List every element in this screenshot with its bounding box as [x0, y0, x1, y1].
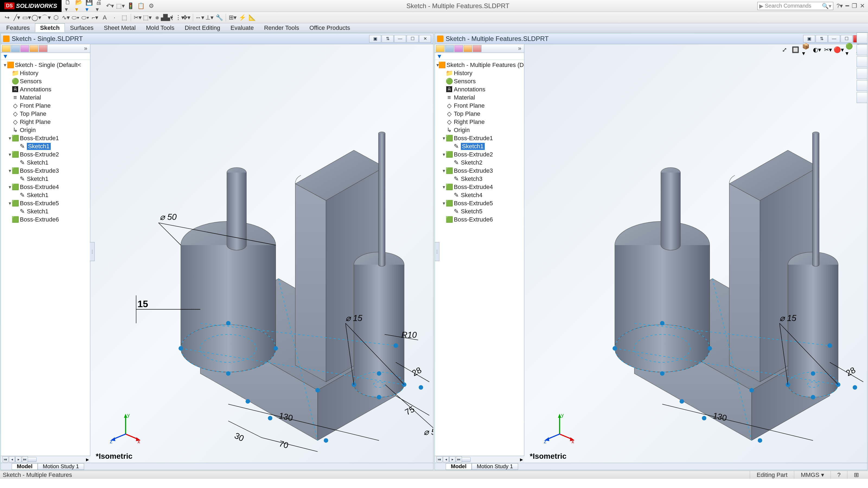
arc-icon[interactable]: ⌒▾ [42, 13, 51, 22]
tree-item-sensors[interactable]: 🟢Sensors [1, 77, 90, 86]
mdi-next-icon[interactable]: ▸ [16, 456, 22, 462]
appearance-icon[interactable]: 🟢▾ [845, 46, 854, 54]
open-icon[interactable]: 📂▾ [75, 2, 83, 10]
tree-item-material-not-specified-[interactable]: ≡Material [435, 94, 524, 102]
tree-item-origin[interactable]: ↳Origin [1, 126, 90, 134]
close-icon[interactable]: ✕ [860, 2, 865, 9]
ribbon-tab-mold-tools[interactable]: Mold Tools [141, 23, 180, 32]
tree-filter-icon[interactable]: ▼ [435, 53, 524, 60]
tree-item-front-plane[interactable]: ◇Front Plane [1, 102, 90, 110]
tree-item-history[interactable]: 📁History [435, 69, 524, 77]
mdi-tab-motion study 1[interactable]: Motion Study 1 [38, 463, 84, 470]
viewport-single-icon[interactable]: ▣ [803, 35, 815, 42]
ribbon-tab-evaluate[interactable]: Evaluate [225, 23, 259, 32]
property-manager-tab[interactable] [445, 45, 454, 52]
tree-item-sketch1[interactable]: ✎Sketch1 [1, 207, 90, 216]
relation-icon[interactable]: ⊥▾ [205, 13, 214, 22]
feature-manager-tab[interactable] [2, 45, 10, 52]
dimension-icon[interactable]: ↔▾ [195, 13, 204, 22]
polygon-icon[interactable]: ⬡ [52, 13, 60, 22]
tree-item-boss-extrude6[interactable]: 🟩Boss-Extrude6 [435, 216, 524, 224]
tree-item-boss-extrude6[interactable]: 🟩Boss-Extrude6 [1, 216, 90, 224]
graphics-viewport[interactable]: ⌀ 50 15 R10 ⌀ 15 130 30 70 75 28 ⌀ 5 y x… [90, 44, 433, 463]
tree-item-material-not-specified-[interactable]: ≡Material [1, 94, 90, 102]
tree-item-right-plane[interactable]: ◇Right Plane [1, 118, 90, 126]
feature-tree[interactable]: ▾🟧Sketch - Multiple Features (Defaul 📁Hi… [435, 60, 524, 463]
tree-item-top-plane[interactable]: ◇Top Plane [435, 110, 524, 118]
rebuild-icon[interactable]: 🚦 [127, 2, 135, 10]
scene-icon[interactable]: 🔴▾ [835, 46, 843, 54]
ribbon-tab-surfaces[interactable]: Surfaces [65, 23, 99, 32]
tree-item-boss-extrude2[interactable]: ▾🟩Boss-Extrude2 [1, 151, 90, 159]
dimxpert-manager-tab[interactable] [464, 45, 472, 52]
ribbon-tab-sheet-metal[interactable]: Sheet Metal [99, 23, 141, 32]
zoom-fit-icon[interactable]: ⤢ [780, 46, 788, 54]
view-orient-icon[interactable]: 📦▾ [802, 46, 810, 54]
task-appearances-icon[interactable] [857, 80, 867, 91]
tree-item-boss-extrude1[interactable]: ▾🟩Boss-Extrude1 [435, 134, 524, 142]
repair-icon[interactable]: 🔧 [215, 13, 223, 22]
search-commands-input[interactable]: ▶ Search Commands 🔍▾ [757, 2, 833, 10]
triad[interactable]: y x z [543, 412, 576, 447]
undo-icon[interactable]: ↶▾ [106, 2, 114, 10]
tree-item-sketch5[interactable]: ✎Sketch5 [435, 207, 524, 216]
status-units[interactable]: MMGS ▾ [794, 471, 831, 479]
mdi-first-icon[interactable]: ⏮ [2, 456, 8, 462]
tree-root[interactable]: ▾🟧Sketch - Multiple Features (Defaul [435, 61, 524, 69]
viewport-link-icon[interactable]: ⇅ [816, 35, 828, 42]
mdi-tab-model[interactable]: Model [12, 463, 38, 470]
ribbon-tab-features[interactable]: Features [1, 23, 35, 32]
trim-icon[interactable]: ✂▾ [133, 13, 142, 22]
plane-icon[interactable]: ⬚ [120, 13, 129, 22]
graphics-viewport[interactable]: ⤢ 🔲 📦▾ ◐▾ ✂▾ 🔴▾ 🟢▾ 📷▾ [524, 44, 867, 463]
tree-item-annotations[interactable]: 🅰Annotations [435, 86, 524, 94]
restore-icon[interactable]: ❐ [852, 2, 857, 9]
task-view-palette-icon[interactable] [857, 68, 867, 79]
tree-item-sketch1[interactable]: ✎Sketch1 [1, 191, 90, 199]
zoom-area-icon[interactable]: 🔲 [791, 46, 799, 54]
triad[interactable]: y x z [109, 412, 142, 447]
configuration-manager-tab[interactable] [454, 45, 463, 52]
tree-item-history[interactable]: 📁History [1, 69, 90, 77]
tree-item-sketch1[interactable]: ✎Sketch1 [435, 142, 524, 151]
tree-item-boss-extrude4[interactable]: ▾🟩Boss-Extrude4 [1, 183, 90, 191]
tree-item-sensors[interactable]: 🟢Sensors [435, 77, 524, 86]
tree-item-sketch2[interactable]: ✎Sketch2 [435, 159, 524, 167]
doc-titlebar[interactable]: Sketch - Single.SLDPRT ▣ ⇅ — ☐ ✕ [1, 33, 433, 44]
line-icon[interactable]: ╱▾ [12, 13, 21, 22]
text-icon[interactable]: A [100, 13, 109, 22]
tree-root[interactable]: ▾🟧Sketch - Single (Default< [1, 61, 90, 69]
tree-item-boss-extrude5[interactable]: ▾🟩Boss-Extrude5 [435, 199, 524, 207]
tree-item-sketch3[interactable]: ✎Sketch3 [435, 175, 524, 183]
tree-resize-handle[interactable]: ⋮ [435, 242, 439, 261]
status-config-icon[interactable]: ⊞ [847, 471, 865, 479]
rectangle-icon[interactable]: ▭▾ [22, 13, 31, 22]
mdi-last-icon[interactable]: ⏭ [22, 456, 28, 462]
rapid-sketch-icon[interactable]: ⚡ [238, 13, 247, 22]
spline-icon[interactable]: ∿▾ [61, 13, 70, 22]
tree-item-boss-extrude5[interactable]: ▾🟩Boss-Extrude5 [1, 199, 90, 207]
tree-tabs-overflow-icon[interactable]: » [83, 45, 89, 52]
instant2d-icon[interactable]: 📐 [248, 13, 256, 22]
tree-resize-handle[interactable]: ⋮ [90, 242, 95, 261]
exit-sketch-icon[interactable]: ↪ [3, 13, 11, 22]
mdi-first-icon[interactable]: ⏮ [436, 456, 442, 462]
tree-item-sketch1[interactable]: ✎Sketch1 [1, 159, 90, 167]
task-resources-icon[interactable] [857, 33, 867, 43]
doc-titlebar[interactable]: Sketch - Multiple Features.SLDPRT ▣ ⇅ — … [435, 33, 867, 44]
task-custom-props-icon[interactable] [857, 92, 867, 103]
tree-item-sketch4[interactable]: ✎Sketch4 [435, 191, 524, 199]
tree-item-front-plane[interactable]: ◇Front Plane [435, 102, 524, 110]
viewport-link-icon[interactable]: ⇅ [382, 35, 394, 42]
mdi-last-icon[interactable]: ⏭ [456, 456, 462, 462]
ribbon-tab-sketch[interactable]: Sketch [35, 23, 65, 32]
move-icon[interactable]: ✥▾ [182, 13, 191, 22]
fillet-icon[interactable]: ⌐▾ [91, 13, 99, 22]
section-icon[interactable]: ✂▾ [824, 46, 832, 54]
doc-maximize-icon[interactable]: ☐ [407, 35, 418, 42]
property-manager-tab[interactable] [11, 45, 20, 52]
tree-item-boss-extrude2[interactable]: ▾🟩Boss-Extrude2 [435, 151, 524, 159]
settings-icon[interactable]: ⚙ [147, 2, 155, 10]
ribbon-tab-office-products[interactable]: Office Products [304, 23, 355, 32]
tree-item-boss-extrude3[interactable]: ▾🟩Boss-Extrude3 [435, 167, 524, 175]
